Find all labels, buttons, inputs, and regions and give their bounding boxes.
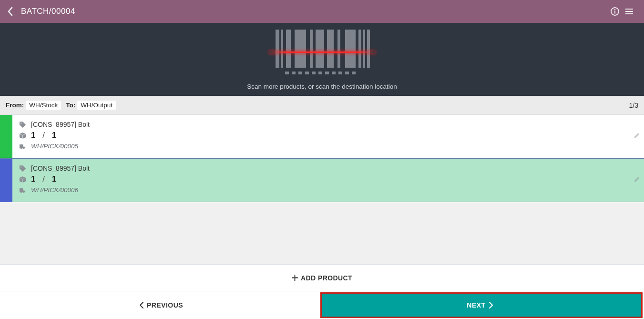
svg-rect-12 (327, 30, 334, 68)
previous-label: PREVIOUS (147, 301, 183, 309)
svg-point-30 (20, 166, 21, 167)
svg-rect-8 (286, 30, 291, 68)
page-title: BATCH/00004 (21, 7, 75, 16)
svg-rect-22 (312, 72, 316, 74)
move-line[interactable]: [CONS_89957] Bolt 1 / 1 WH/PICK/00005 (0, 115, 644, 158)
chevron-left-icon (139, 302, 144, 309)
svg-rect-26 (338, 72, 342, 74)
info-icon (611, 7, 619, 16)
info-button[interactable] (608, 7, 622, 16)
nav-row: PREVIOUS NEXT (0, 291, 644, 319)
svg-rect-15 (358, 30, 361, 68)
status-stripe-done (0, 115, 12, 158)
box-icon (19, 176, 26, 183)
svg-rect-7 (281, 30, 283, 68)
svg-rect-20 (298, 72, 302, 74)
product-name: [CONS_89957] Bolt (31, 121, 90, 128)
add-product-button[interactable]: ADD PRODUCT (0, 264, 644, 291)
svg-rect-2 (614, 11, 615, 14)
hamburger-icon (625, 7, 634, 16)
page-counter: 1/3 (629, 102, 638, 109)
tag-icon (19, 121, 26, 128)
svg-rect-14 (345, 30, 356, 68)
move-line[interactable]: [CONS_89957] Bolt 1 / 1 WH/PICK/00006 (0, 158, 644, 202)
svg-rect-27 (345, 72, 349, 74)
to-label: To: (66, 102, 75, 109)
menu-button[interactable] (622, 7, 636, 16)
scan-panel: Scan more products, or scan the destinat… (0, 23, 644, 96)
pencil-icon (634, 176, 640, 183)
from-location[interactable]: WH/Stock (26, 101, 61, 110)
truck-icon (19, 143, 26, 150)
svg-rect-24 (325, 72, 329, 74)
picking-ref: WH/PICK/00006 (31, 186, 78, 194)
qty-separator: / (42, 175, 45, 184)
svg-rect-23 (318, 72, 322, 74)
svg-rect-25 (332, 72, 336, 74)
edit-line-button[interactable] (634, 176, 640, 185)
edit-line-button[interactable] (634, 132, 640, 141)
add-product-label: ADD PRODUCT (301, 274, 352, 282)
svg-rect-9 (295, 30, 306, 68)
box-icon (19, 132, 26, 139)
truck-icon (19, 186, 26, 194)
svg-rect-6 (276, 30, 279, 68)
svg-rect-19 (292, 72, 296, 74)
qty-done: 1 (31, 175, 35, 184)
svg-rect-17 (367, 30, 370, 68)
scan-hint-text: Scan more products, or scan the destinat… (247, 83, 397, 90)
to-location[interactable]: WH/Output (77, 101, 116, 110)
from-label: From: (6, 102, 24, 109)
app-header: BATCH/00004 (0, 0, 644, 23)
back-button[interactable] (8, 7, 13, 16)
product-name: [CONS_89957] Bolt (31, 165, 90, 172)
barcode-illustration (275, 30, 370, 76)
svg-rect-18 (285, 72, 289, 74)
picking-ref: WH/PICK/00005 (31, 143, 78, 150)
svg-point-29 (20, 123, 21, 123)
content-gap (0, 202, 644, 264)
barcode-icon (275, 30, 370, 76)
svg-rect-10 (310, 30, 313, 68)
svg-rect-28 (352, 72, 356, 74)
tag-icon (19, 165, 26, 172)
qty-done: 1 (31, 131, 35, 140)
svg-point-1 (614, 9, 615, 10)
pencil-icon (634, 132, 640, 139)
svg-rect-13 (337, 30, 340, 68)
move-lines: [CONS_89957] Bolt 1 / 1 WH/PICK/00005 (0, 115, 644, 202)
status-stripe-selected (0, 159, 12, 202)
scan-laser (270, 51, 375, 53)
plus-icon (292, 275, 298, 281)
qty-expected: 1 (52, 131, 56, 140)
svg-rect-3 (625, 9, 633, 10)
svg-rect-4 (625, 11, 633, 12)
svg-rect-11 (316, 30, 324, 68)
svg-rect-5 (625, 13, 633, 14)
qty-separator: / (42, 131, 45, 140)
location-bar: From: WH/Stock To: WH/Output 1/3 (0, 96, 644, 115)
chevron-left-icon (8, 7, 13, 16)
svg-rect-16 (363, 30, 365, 68)
previous-button[interactable]: PREVIOUS (0, 291, 319, 319)
next-button[interactable]: NEXT (320, 292, 643, 318)
next-label: NEXT (467, 301, 485, 309)
svg-rect-21 (305, 72, 309, 74)
qty-expected: 1 (52, 175, 56, 184)
chevron-right-icon (489, 302, 493, 309)
